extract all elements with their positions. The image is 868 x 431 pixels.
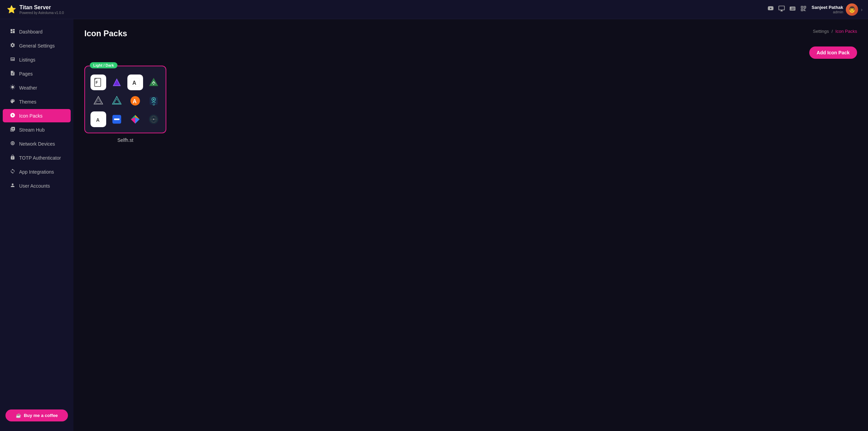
youtube-icon[interactable] <box>767 5 774 14</box>
icon-packs-icon <box>10 112 16 119</box>
sidebar-item-themes[interactable]: Themes <box>3 95 71 108</box>
svg-rect-22 <box>114 119 120 120</box>
user-role: admin <box>812 10 843 14</box>
icon-cell-2 <box>109 75 125 90</box>
light-dark-badge: Light / Dark <box>90 62 117 68</box>
sidebar: Dashboard General Settings Listings Page… <box>0 19 73 431</box>
icon-pack-card: Light / Dark F <box>84 66 166 143</box>
sidebar-label-app-integrations: App Integrations <box>19 169 54 175</box>
keyboard-icon[interactable] <box>789 5 796 14</box>
app-name: Titan Server <box>19 4 64 11</box>
layout: Dashboard General Settings Listings Page… <box>0 19 868 431</box>
icon-cell-3: A <box>127 75 143 90</box>
main-content: Icon Packs Settings / Icon Packs Add Ico… <box>73 19 868 431</box>
sidebar-label-icon-packs: Icon Packs <box>19 113 42 119</box>
svg-point-28 <box>153 119 154 120</box>
actions-bar: Add Icon Pack <box>84 46 857 59</box>
icon-cell-9: A <box>90 111 106 127</box>
icon-grid: F A <box>90 75 160 127</box>
settings-icon <box>10 42 16 49</box>
pages-icon <box>10 70 16 77</box>
breadcrumb-parent: Settings <box>813 29 829 34</box>
listings-icon <box>10 56 16 63</box>
topnav-right: Sanjeet Pathak admin 👨 › <box>767 3 863 16</box>
sidebar-item-pages[interactable]: Pages <box>3 67 71 80</box>
icon-cell-4 <box>146 75 162 90</box>
icon-pack-name: Selfh.st <box>117 137 134 143</box>
icon-cell-5 <box>90 93 106 109</box>
stream-hub-icon <box>10 126 16 133</box>
sidebar-item-icon-packs[interactable]: Icon Packs <box>3 109 71 122</box>
icon-cell-7: A <box>127 93 143 109</box>
breadcrumb-separator: / <box>831 29 833 34</box>
sidebar-label-dashboard: Dashboard <box>19 29 43 35</box>
page-header: Icon Packs Settings / Icon Packs <box>84 29 857 38</box>
avatar[interactable]: 👨 <box>846 3 858 16</box>
icon-cell-8: @ <box>146 93 162 109</box>
sidebar-label-pages: Pages <box>19 71 33 77</box>
sidebar-label-general-settings: General Settings <box>19 43 55 49</box>
sidebar-label-user-accounts: User Accounts <box>19 183 50 189</box>
sidebar-item-user-accounts[interactable]: User Accounts <box>3 179 71 192</box>
app-integrations-icon <box>10 169 16 175</box>
icon-cell-11 <box>127 111 143 127</box>
sidebar-label-weather: Weather <box>19 85 37 91</box>
buy-coffee-button[interactable]: ☕ Buy me a coffee <box>5 409 68 421</box>
breadcrumb-current: Icon Packs <box>835 29 857 34</box>
sidebar-item-listings[interactable]: Listings <box>3 53 71 66</box>
sidebar-item-app-integrations[interactable]: App Integrations <box>3 165 71 178</box>
svg-text:@: @ <box>153 103 155 106</box>
buy-coffee-label: Buy me a coffee <box>24 413 58 418</box>
totp-icon <box>10 154 16 161</box>
app-title: Titan Server Powered by Astroluma v1.0.0 <box>19 4 64 14</box>
icon-cell-12 <box>146 111 162 127</box>
breadcrumb: Settings / Icon Packs <box>813 29 857 34</box>
app-subtitle: Powered by Astroluma v1.0.0 <box>19 11 64 15</box>
icon-cell-6 <box>109 93 125 109</box>
topnav-brand: ⭐ Titan Server Powered by Astroluma v1.0… <box>7 4 64 14</box>
monitor-icon[interactable] <box>778 5 785 14</box>
sidebar-item-totp[interactable]: TOTP Authenticator <box>3 151 71 164</box>
coffee-icon: ☕ <box>16 413 21 418</box>
weather-icon <box>10 84 16 91</box>
svg-marker-12 <box>114 99 120 104</box>
sidebar-label-listings: Listings <box>19 57 35 63</box>
icon-cell-10 <box>109 111 125 127</box>
sidebar-item-dashboard[interactable]: Dashboard <box>3 25 71 38</box>
svg-marker-8 <box>94 96 103 104</box>
sidebar-item-general-settings[interactable]: General Settings <box>3 39 71 52</box>
svg-text:F: F <box>96 80 98 84</box>
user-text: Sanjeet Pathak admin <box>812 5 843 14</box>
icon-cell-1: F <box>90 75 106 90</box>
svg-text:A: A <box>132 80 137 86</box>
sidebar-label-stream-hub: Stream Hub <box>19 127 45 133</box>
svg-marker-11 <box>112 96 121 104</box>
user-name: Sanjeet Pathak <box>812 5 843 10</box>
themes-icon <box>10 98 16 105</box>
user-accounts-icon <box>10 183 16 189</box>
user-info: Sanjeet Pathak admin 👨 › <box>812 3 863 16</box>
svg-point-17 <box>153 99 154 100</box>
topnav: ⭐ Titan Server Powered by Astroluma v1.0… <box>0 0 868 19</box>
qrcode-icon[interactable] <box>800 5 807 14</box>
sidebar-item-weather[interactable]: Weather <box>3 81 71 94</box>
network-devices-icon <box>10 140 16 147</box>
icon-packs-grid: Light / Dark F <box>84 66 857 143</box>
sidebar-label-totp: TOTP Authenticator <box>19 155 61 161</box>
sidebar-item-stream-hub[interactable]: Stream Hub <box>3 123 71 136</box>
sidebar-bottom: ☕ Buy me a coffee <box>0 405 73 426</box>
svg-text:A: A <box>96 117 99 123</box>
dashboard-icon <box>10 28 16 35</box>
page-title: Icon Packs <box>84 29 127 38</box>
sidebar-label-network-devices: Network Devices <box>19 141 55 147</box>
topnav-chevron-icon[interactable]: › <box>861 7 863 12</box>
icon-pack-box[interactable]: Light / Dark F <box>84 66 166 133</box>
add-icon-pack-button[interactable]: Add Icon Pack <box>809 46 857 59</box>
sidebar-item-network-devices[interactable]: Network Devices <box>3 137 71 150</box>
logo-icon: ⭐ <box>7 5 16 14</box>
sidebar-label-themes: Themes <box>19 99 37 105</box>
svg-marker-9 <box>95 98 101 104</box>
svg-text:A: A <box>133 98 137 104</box>
topnav-icons <box>767 5 807 14</box>
